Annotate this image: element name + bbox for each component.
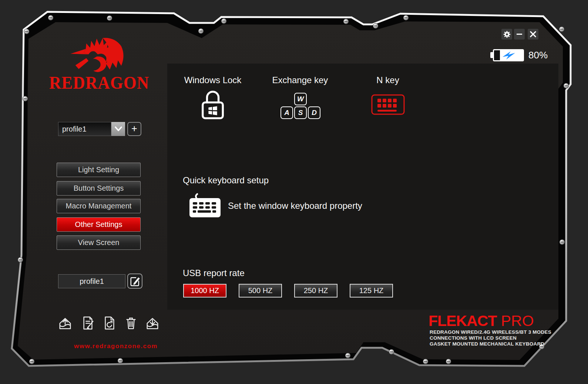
product-tagline-1: REDRAGON WIRED/2.4G WIRELESS/BT 3 MODES: [430, 329, 551, 335]
minimize-button[interactable]: [514, 29, 525, 40]
reset-file-icon: [103, 316, 117, 330]
n-key-label: N key: [347, 75, 429, 85]
import-profile-button[interactable]: [145, 316, 159, 330]
export-profile-button[interactable]: [58, 316, 72, 330]
quick-setup-description: Set the window keyboard property: [228, 201, 362, 211]
sidebar-item-macro-management[interactable]: Macro Management: [57, 199, 141, 213]
profile-name-field[interactable]: profile1: [58, 274, 125, 288]
product-name-bold: FLEKACT: [429, 312, 497, 329]
product-name-thin: PRO: [497, 312, 534, 329]
website-link[interactable]: www.redragonzone.com: [49, 343, 182, 350]
settings-icon: [503, 31, 511, 38]
import-profile-icon: [145, 316, 159, 330]
key-s: S: [294, 106, 307, 119]
rate-125hz-button[interactable]: 125 HZ: [350, 284, 393, 298]
key-d: D: [308, 106, 320, 119]
profile-select-dropdown-button[interactable]: [111, 122, 125, 136]
rate-1000hz-button[interactable]: 1000 HZ: [183, 284, 226, 298]
sidebar-item-button-settings[interactable]: Button Settings: [57, 181, 141, 196]
battery-percent: 80%: [528, 50, 548, 61]
sidebar-item-view-screen[interactable]: View Screen: [57, 235, 141, 250]
key-a: A: [280, 106, 293, 119]
brand-name: REDRAGON: [44, 72, 155, 93]
rate-500hz-button[interactable]: 500 HZ: [239, 284, 282, 298]
battery-indicator: [493, 49, 524, 61]
rate-250hz-button[interactable]: 250 HZ: [294, 284, 337, 298]
charging-bolt-icon: [501, 51, 517, 60]
product-tagline-3: GASKET MOUNTED MECHANICAL KEYBOARD: [430, 341, 544, 347]
windows-lock-label: Windows Lock: [172, 75, 253, 85]
minimize-icon: [517, 34, 522, 35]
edit-profile-icon: [130, 276, 141, 287]
key-w: W: [294, 93, 307, 105]
edit-document-icon: [81, 316, 95, 330]
keyboard-icon[interactable]: [189, 193, 221, 218]
quick-setup-title: Quick keyboard setup: [183, 175, 269, 186]
close-button[interactable]: [528, 29, 538, 40]
reset-file-button[interactable]: [103, 316, 117, 330]
sidebar-item-light-setting[interactable]: Light Setting: [57, 163, 141, 177]
delete-profile-button[interactable]: [124, 316, 138, 330]
close-icon: [530, 31, 537, 38]
battery-icon: [490, 52, 493, 58]
edit-document-button[interactable]: [81, 316, 95, 330]
delete-icon: [124, 316, 138, 330]
add-profile-button[interactable]: +: [127, 122, 141, 136]
application-window: 80% REDRAGON profile1 + Light Setting Bu…: [0, 0, 588, 384]
chevron-down-icon: [114, 126, 122, 132]
windows-lock-icon[interactable]: [200, 90, 225, 120]
edit-profile-button[interactable]: [127, 273, 142, 289]
product-tagline-2: CONNECTIONS WITH LCD SCREEN: [430, 335, 517, 341]
profile-select[interactable]: profile1: [58, 122, 111, 136]
sidebar-item-other-settings[interactable]: Other Settings: [57, 217, 141, 232]
exchange-key-label: Exchange key: [259, 75, 341, 85]
usb-report-rate-label: USB report rate: [183, 268, 245, 278]
dragon-logo: [56, 33, 141, 76]
export-profile-icon: [58, 316, 72, 330]
n-key-icon[interactable]: [371, 94, 405, 115]
product-name: FLEKACT PRO: [429, 312, 534, 330]
settings-button[interactable]: [501, 29, 512, 40]
